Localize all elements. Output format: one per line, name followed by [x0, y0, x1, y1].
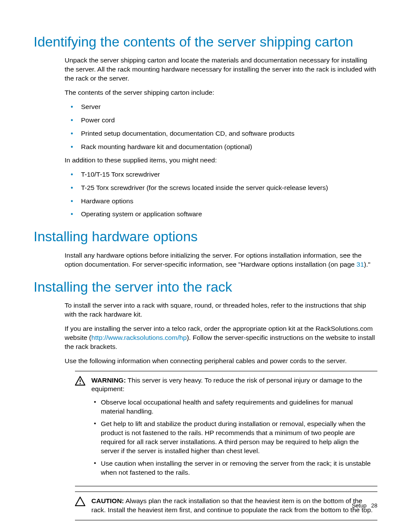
page-footer: Setup 28 — [352, 502, 377, 509]
text-span: Install any hardware options before init… — [65, 252, 361, 268]
svg-marker-3 — [75, 497, 85, 506]
list-item: Power cord — [65, 116, 377, 125]
section-heading-3: Installing the server into the rack — [34, 279, 377, 295]
section-heading-2: Installing hardware options — [34, 228, 377, 245]
list-item: Use caution when installing the server i… — [91, 459, 377, 477]
warning-text: This server is very heavy. To reduce the… — [91, 376, 362, 393]
warning-list: Observe local occupational health and sa… — [91, 398, 377, 477]
page-link[interactable]: 31 — [357, 261, 364, 268]
additional-items-list: T-10/T-15 Torx screwdriver T-25 Torx scr… — [65, 170, 377, 219]
caution-icon — [75, 497, 85, 515]
body-paragraph: In addition to these supplied items, you… — [65, 156, 377, 165]
list-item: Get help to lift and stabilize the produ… — [91, 420, 377, 456]
contents-list: Server Power cord Printed setup document… — [65, 103, 377, 152]
list-item: Observe local occupational health and sa… — [91, 398, 377, 416]
footer-section: Setup — [352, 502, 367, 509]
list-item: Operating system or application software — [65, 210, 377, 219]
body-paragraph: Use the following information when conne… — [65, 357, 377, 366]
body-paragraph: The contents of the server shipping cart… — [65, 88, 377, 97]
body-paragraph: Install any hardware options before init… — [65, 251, 377, 269]
list-item: Rack mounting hardware kit and documenta… — [65, 143, 377, 152]
list-item: Printed setup documentation, documentati… — [65, 129, 377, 138]
text-span: )." — [364, 261, 371, 268]
url-link[interactable]: http://www.racksolutions.com/hp — [91, 334, 187, 341]
section-heading-1: Identifying the contents of the server s… — [34, 34, 377, 50]
footer-page-number: 28 — [371, 502, 377, 509]
body-paragraph: To install the server into a rack with s… — [65, 301, 377, 319]
caution-label: CAUTION: — [91, 497, 124, 504]
caution-text: Always plan the rack installation so tha… — [91, 497, 373, 513]
body-paragraph: Unpack the server shipping carton and lo… — [65, 56, 377, 83]
list-item: T-10/T-15 Torx screwdriver — [65, 170, 377, 179]
list-item: Hardware options — [65, 197, 377, 206]
body-paragraph: If you are installing the server into a … — [65, 324, 377, 352]
list-item: T-25 Torx screwdriver (for the screws lo… — [65, 184, 377, 193]
svg-point-2 — [80, 383, 81, 384]
caution-admonition: CAUTION: Always plan the rack installati… — [75, 492, 377, 520]
warning-icon — [75, 376, 85, 481]
warning-admonition: WARNING: This server is very heavy. To r… — [75, 371, 377, 486]
list-item: Server — [65, 103, 377, 112]
warning-label: WARNING: — [91, 376, 126, 384]
